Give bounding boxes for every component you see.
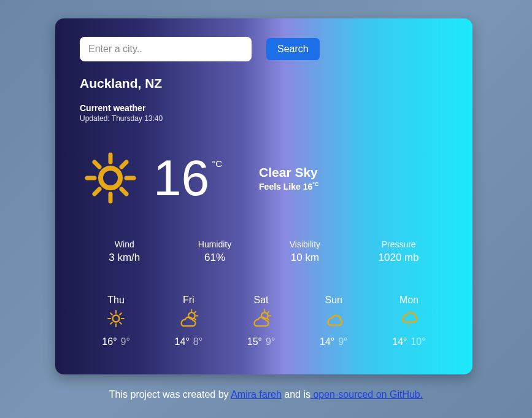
- forecast-hi: 14°: [392, 336, 407, 347]
- cloud-icon: [320, 308, 348, 329]
- stat-humidity: Humidity 61%: [198, 239, 231, 264]
- city-input[interactable]: [80, 37, 252, 61]
- footer-prefix: This project was created by: [109, 389, 231, 400]
- weather-card: Search Auckland, NZ Current weather Upda…: [55, 18, 472, 374]
- forecast-hi: 16°: [102, 336, 117, 347]
- svg-point-0: [101, 168, 120, 188]
- feels-unit: °C: [312, 181, 318, 187]
- svg-line-27: [267, 319, 268, 320]
- search-button[interactable]: Search: [266, 38, 320, 60]
- svg-line-17: [120, 313, 121, 315]
- feels-like: Feels Like 16°C: [259, 181, 318, 192]
- svg-line-7: [94, 189, 99, 194]
- forecast-lo: 9°: [266, 336, 275, 347]
- stats-row: Wind 3 km/h Humidity 61% Visibility 10 k…: [80, 239, 448, 264]
- forecast-item: Mon 14°10°: [392, 295, 425, 347]
- forecast-item: Fri 14°8°: [175, 295, 203, 347]
- forecast-lo: 9°: [338, 336, 347, 347]
- github-link[interactable]: open-sourced on GitHub.: [310, 389, 423, 400]
- forecast-lo: 9°: [121, 336, 130, 347]
- forecast-day: Sun: [320, 295, 348, 306]
- forecast-temps: 14°10°: [392, 336, 425, 347]
- search-row: Search: [80, 37, 448, 61]
- cloud-rain-icon: [392, 308, 425, 329]
- forecast-day: Mon: [392, 295, 425, 306]
- forecast-item: Thu 16°9°: [102, 295, 130, 347]
- stat-value: 61%: [198, 252, 231, 264]
- svg-line-16: [110, 322, 112, 324]
- svg-line-21: [195, 312, 196, 313]
- svg-point-9: [113, 315, 120, 322]
- footer: This project was created by Amira fareh …: [55, 389, 477, 400]
- svg-line-15: [120, 322, 121, 324]
- sun-cloud-icon: [247, 308, 276, 329]
- svg-line-8: [121, 162, 126, 167]
- author-link[interactable]: Amira fareh: [231, 389, 282, 400]
- svg-line-22: [195, 319, 196, 320]
- stat-value: 10 km: [290, 252, 320, 264]
- location-heading: Auckland, NZ: [80, 76, 448, 91]
- temp-unit: °C: [212, 159, 222, 203]
- temp-value: 16: [153, 153, 209, 203]
- current-main-row: 16 °C Clear Sky Feels Like 16°C: [80, 147, 448, 209]
- stat-label: Visibility: [290, 239, 320, 249]
- forecast-day: Thu: [102, 295, 130, 306]
- feels-value: 16: [303, 181, 313, 191]
- forecast-day: Fri: [175, 295, 203, 306]
- stat-label: Wind: [109, 239, 140, 249]
- stat-value: 1020 mb: [379, 252, 419, 264]
- sun-cloud-icon: [175, 308, 203, 329]
- forecast-hi: 14°: [175, 336, 190, 347]
- svg-line-26: [267, 312, 268, 313]
- forecast-lo: 10°: [411, 336, 425, 347]
- current-temp: 16 °C: [153, 153, 222, 203]
- stat-label: Humidity: [198, 239, 231, 249]
- svg-line-6: [121, 189, 126, 194]
- sun-icon: [80, 147, 141, 209]
- forecast-temps: 15°9°: [247, 336, 276, 347]
- feels-prefix: Feels Like: [259, 181, 303, 191]
- forecast-item: Sun 14°9°: [320, 295, 348, 347]
- sun-icon: [102, 308, 130, 329]
- svg-line-5: [94, 162, 99, 167]
- stat-visibility: Visibility 10 km: [290, 239, 320, 264]
- stat-value: 3 km/h: [109, 252, 140, 264]
- footer-mid: and is: [282, 389, 310, 400]
- svg-line-14: [110, 313, 112, 315]
- stat-label: Pressure: [379, 239, 419, 249]
- forecast-lo: 8°: [193, 336, 202, 347]
- forecast-hi: 15°: [247, 336, 262, 347]
- forecast-item: Sat 15°9°: [247, 295, 276, 347]
- forecast-hi: 14°: [320, 336, 334, 347]
- stat-pressure: Pressure 1020 mb: [379, 239, 419, 264]
- stat-wind: Wind 3 km/h: [109, 239, 140, 264]
- current-weather-label: Current weather: [80, 103, 448, 113]
- updated-time: Updated: Thursday 13:40: [80, 114, 448, 123]
- forecast-day: Sat: [247, 295, 276, 306]
- forecast-temps: 14°8°: [175, 336, 203, 347]
- forecast-temps: 16°9°: [102, 336, 130, 347]
- forecast-row: Thu 16°9° Fri 14°8° Sat 15°9°: [80, 295, 448, 347]
- forecast-temps: 14°9°: [320, 336, 348, 347]
- svg-point-28: [408, 325, 410, 327]
- condition-text: Clear Sky: [259, 165, 318, 180]
